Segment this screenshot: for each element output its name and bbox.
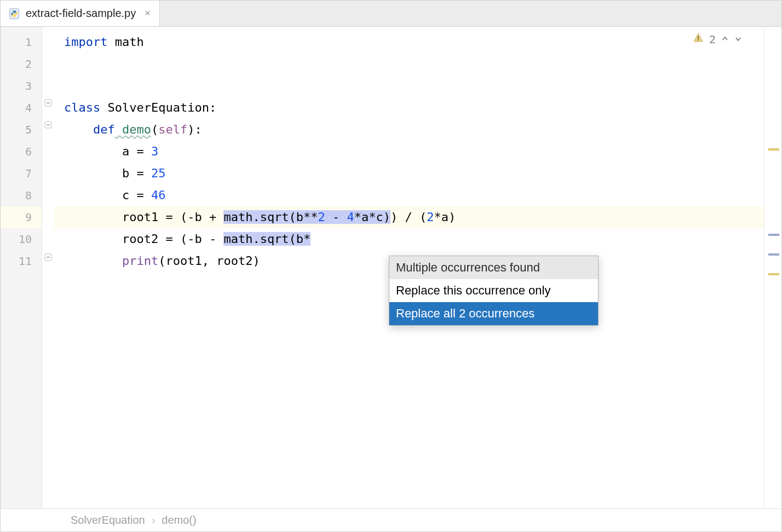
stripe-mark-warning[interactable]: [768, 148, 779, 151]
code-line[interactable]: import math: [54, 31, 764, 53]
breadcrumb-bar: SolverEquation › demo(): [1, 508, 781, 531]
fold-toggle-icon[interactable]: [44, 99, 52, 107]
replace-all-occurrences[interactable]: Replace all 2 occurrences: [389, 302, 598, 325]
replace-this-occurrence[interactable]: Replace this occurrence only: [389, 279, 598, 302]
ide-window: extract-field-sample.py × 1 2 3 4 5 6 7 …: [0, 0, 782, 532]
selection: math.sqrt(b**2 - 4*a*c): [223, 210, 390, 224]
stripe-mark-info[interactable]: [768, 234, 779, 236]
close-tab-icon[interactable]: ×: [145, 8, 151, 19]
line-number[interactable]: 3: [1, 75, 42, 97]
line-number[interactable]: 10: [1, 228, 42, 250]
breadcrumb-item[interactable]: demo(): [162, 514, 196, 527]
code-line[interactable]: def demo(self):: [54, 119, 764, 141]
selection: math.sqrt(b*: [223, 232, 311, 246]
line-number[interactable]: 4: [1, 97, 42, 119]
popup-title: Multiple occurrences found: [389, 256, 598, 279]
svg-rect-8: [698, 39, 699, 41]
fold-end-icon[interactable]: [44, 253, 52, 261]
code-line[interactable]: root2 = (-b - math.sqrt(b*: [54, 228, 764, 250]
line-number[interactable]: 8: [1, 184, 42, 206]
code-line[interactable]: class SolverEquation:: [54, 97, 764, 119]
next-highlight-icon[interactable]: [734, 33, 742, 45]
code-line[interactable]: b = 25: [54, 163, 764, 184]
code-line[interactable]: [54, 75, 764, 97]
line-number[interactable]: 2: [1, 53, 42, 75]
line-number[interactable]: 11: [1, 250, 42, 272]
line-number[interactable]: 5: [1, 119, 42, 141]
line-number-gutter: 1 2 3 4 5 6 7 8 9 10 11: [1, 27, 42, 508]
code-line[interactable]: c = 46: [54, 184, 764, 206]
breadcrumb-item[interactable]: SolverEquation: [71, 514, 145, 527]
python-file-icon: [8, 8, 20, 20]
tab-bar: extract-field-sample.py ×: [1, 1, 781, 27]
error-stripe[interactable]: [764, 27, 781, 508]
line-number[interactable]: 9: [1, 206, 42, 228]
code-line[interactable]: [54, 53, 764, 75]
editor-tab[interactable]: extract-field-sample.py ×: [1, 1, 160, 26]
code-line[interactable]: a = 3: [54, 141, 764, 163]
warning-icon: [693, 32, 704, 46]
fold-strip: [42, 27, 54, 508]
warning-count: 2: [709, 33, 716, 46]
occurrences-popup: Multiple occurrences found Replace this …: [389, 256, 599, 326]
svg-rect-0: [10, 8, 19, 18]
inspection-widget[interactable]: 2: [693, 32, 742, 46]
line-number[interactable]: 6: [1, 141, 42, 163]
fold-toggle-icon[interactable]: [44, 121, 52, 129]
prev-highlight-icon[interactable]: [721, 33, 729, 45]
line-number[interactable]: 7: [1, 163, 42, 184]
code-area[interactable]: import math class SolverEquation: def de…: [54, 27, 764, 508]
code-line[interactable]: root1 = (-b + math.sqrt(b**2 - 4*a*c)) /…: [54, 206, 764, 228]
editor: 1 2 3 4 5 6 7 8 9 10 11 import ma: [1, 27, 781, 508]
breadcrumb-separator-icon: ›: [152, 514, 156, 527]
stripe-mark-warning[interactable]: [768, 273, 779, 275]
line-number[interactable]: 1: [1, 31, 42, 53]
svg-rect-7: [698, 36, 699, 39]
stripe-mark-info[interactable]: [768, 253, 779, 256]
tab-filename: extract-field-sample.py: [26, 7, 136, 20]
